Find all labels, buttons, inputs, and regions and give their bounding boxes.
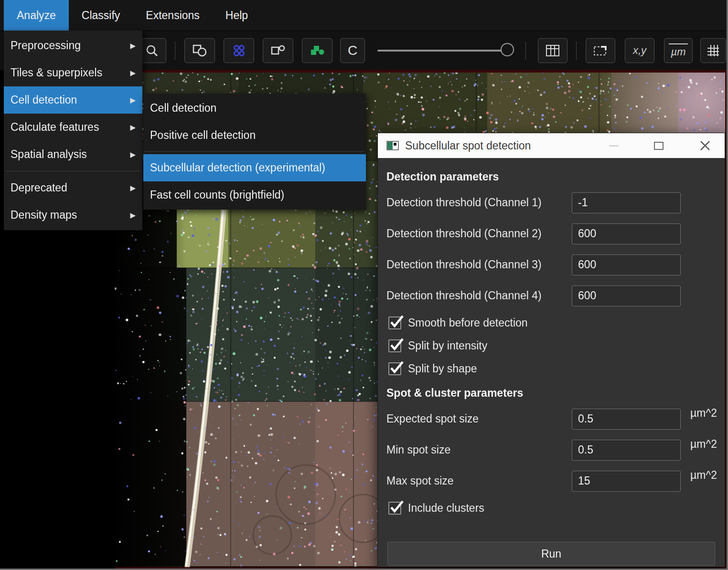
menu-item-label: Spatial analysis <box>11 148 87 161</box>
threshold-channel-2-input[interactable] <box>572 223 681 244</box>
menu-item-preprocessing[interactable]: Preprocessing ▶ <box>4 32 142 59</box>
menu-item-tiles-superpixels[interactable]: Tiles & superpixels ▶ <box>4 59 142 86</box>
split-by-intensity-checkbox[interactable] <box>388 339 401 352</box>
menu-item-label: Density maps <box>11 209 77 222</box>
submenu-arrow-icon: ▶ <box>130 211 136 220</box>
field-unit: µm^2 <box>690 438 717 451</box>
brightness-contrast-button[interactable]: C <box>340 38 365 63</box>
selection-icon <box>593 44 608 57</box>
threshold-channel-4-input[interactable] <box>572 285 681 306</box>
submenu-arrow-icon: ▶ <box>130 96 136 105</box>
opacity-slider-track[interactable] <box>377 50 512 52</box>
field-unit: µm^2 <box>690 407 717 420</box>
submenu-arrow-icon: ▶ <box>130 150 136 159</box>
magnifier-icon <box>145 43 159 58</box>
brightness-contrast-label: C <box>348 43 357 58</box>
field-row-min-spot-size: Min spot size µm^2 <box>386 434 716 465</box>
section-title-detection-parameters: Detection parameters <box>386 170 716 183</box>
checkbox-row-split-by-intensity: Split by intensity <box>386 334 716 357</box>
checkmark-icon <box>388 313 405 329</box>
checkmark-icon <box>388 498 405 515</box>
submenu-item-fast-cell-counts[interactable]: Fast cell counts (brightfield) <box>143 181 366 209</box>
menu-extensions[interactable]: Extensions <box>133 0 213 31</box>
run-button[interactable]: Run <box>387 542 715 566</box>
section-title-spot-cluster-parameters: Spot & cluster parameters <box>386 387 716 400</box>
field-label: Detection threshold (Channel 3) <box>386 258 572 271</box>
cell-detection-submenu: Cell detection Positive cell detection S… <box>143 94 366 210</box>
split-by-shape-checkbox[interactable] <box>388 362 401 375</box>
annotation-shapes-icon <box>192 43 207 58</box>
opacity-slider[interactable] <box>375 38 519 63</box>
min-spot-size-input[interactable] <box>572 440 681 461</box>
checkbox-row-split-by-shape: Split by shape <box>386 357 716 380</box>
dialog-body: Detection parameters Detection threshold… <box>378 158 725 567</box>
max-spot-size-input[interactable] <box>572 471 681 492</box>
submenu-arrow-icon: ▶ <box>130 123 136 132</box>
show-annotations-button[interactable] <box>184 38 215 63</box>
show-detections-button[interactable] <box>224 38 254 63</box>
dialog-titlebar[interactable]: Subcellular spot detection <box>378 133 725 158</box>
menu-separator <box>144 151 365 152</box>
submenu-item-cell-detection[interactable]: Cell detection <box>143 95 366 122</box>
annotation-outline-icon <box>270 43 286 58</box>
menu-item-label: Cell detection <box>11 94 77 106</box>
menu-analyze[interactable]: Analyze <box>4 0 69 31</box>
submenu-item-positive-cell-detection[interactable]: Positive cell detection <box>143 122 366 149</box>
opacity-slider-handle[interactable] <box>501 43 514 56</box>
menu-item-cell-detection[interactable]: Cell detection ▶ <box>4 86 142 114</box>
cursor-location-button[interactable]: x,y <box>625 38 654 63</box>
submenu-item-subcellular-detection[interactable]: Subcellular detection (experimental) <box>143 154 366 181</box>
minimize-icon[interactable] <box>609 145 619 147</box>
smooth-before-detection-checkbox[interactable] <box>388 317 401 329</box>
checkbox-row-include-clusters: Include clusters <box>386 496 716 519</box>
field-label: Detection threshold (Channel 4) <box>386 289 572 302</box>
fill-detections-button[interactable] <box>302 38 332 63</box>
threshold-channel-1-input[interactable] <box>572 192 681 213</box>
toolbar-divider <box>175 42 175 60</box>
checkbox-label: Include clusters <box>408 502 484 515</box>
field-label: Expected spot size <box>386 412 572 425</box>
threshold-channel-3-input[interactable] <box>572 254 681 275</box>
menu-help[interactable]: Help <box>213 0 261 31</box>
qupath-window: Analyze Classify Extensions Help <box>0 0 728 570</box>
menu-item-density-maps[interactable]: Density maps ▶ <box>4 201 142 229</box>
expected-spot-size-input[interactable] <box>572 409 681 430</box>
submenu-arrow-icon: ▶ <box>130 184 136 192</box>
field-row-max-spot-size: Max spot size µm^2 <box>386 465 716 496</box>
fill-annotations-button[interactable] <box>263 38 293 63</box>
toolbar-divider <box>576 42 577 60</box>
detections-dots-icon <box>232 43 246 58</box>
checkbox-row-smooth-before-detection: Smooth before detection <box>386 311 716 334</box>
menu-item-calculate-features[interactable]: Calculate features ▶ <box>4 114 142 141</box>
field-label: Detection threshold (Channel 1) <box>386 196 572 209</box>
window-controls <box>609 139 716 152</box>
selection-mode-button[interactable] <box>586 38 615 63</box>
fill-detections-icon <box>310 43 325 58</box>
field-label: Min spot size <box>386 443 572 456</box>
toolbar-divider <box>525 42 526 60</box>
menu-item-label: Tiles & superpixels <box>11 66 102 79</box>
field-label: Detection threshold (Channel 2) <box>386 227 572 240</box>
scalebar-label: µm <box>669 43 687 58</box>
menu-classify[interactable]: Classify <box>69 0 133 31</box>
checkbox-label: Split by intensity <box>408 339 487 352</box>
field-row-threshold-channel-3: Detection threshold (Channel 3) <box>386 249 716 280</box>
include-clusters-checkbox[interactable] <box>388 502 401 515</box>
menu-item-spatial-analysis[interactable]: Spatial analysis ▶ <box>4 141 142 168</box>
menu-item-deprecated[interactable]: Deprecated ▶ <box>4 174 142 201</box>
submenu-arrow-icon: ▶ <box>130 42 136 50</box>
menu-bar: Analyze Classify Extensions Help <box>0 0 728 31</box>
submenu-item-label: Fast cell counts (brightfield) <box>150 189 284 201</box>
counting-grid-button[interactable] <box>700 38 726 63</box>
field-row-threshold-channel-1: Detection threshold (Channel 1) <box>386 187 716 218</box>
subcellular-spot-detection-dialog: Subcellular spot detection Detection par… <box>377 133 725 567</box>
dialog-title: Subcellular spot detection <box>405 139 531 152</box>
measurement-table-button[interactable] <box>538 38 567 63</box>
checkmark-icon <box>388 336 405 352</box>
close-icon[interactable] <box>699 139 711 152</box>
dialog-app-icon <box>386 141 399 150</box>
scalebar-button[interactable]: µm <box>664 38 693 63</box>
maximize-icon[interactable] <box>654 142 664 150</box>
analyze-menu: Preprocessing ▶ Tiles & superpixels ▶ Ce… <box>4 31 142 230</box>
menu-item-label: Deprecated <box>11 181 67 194</box>
